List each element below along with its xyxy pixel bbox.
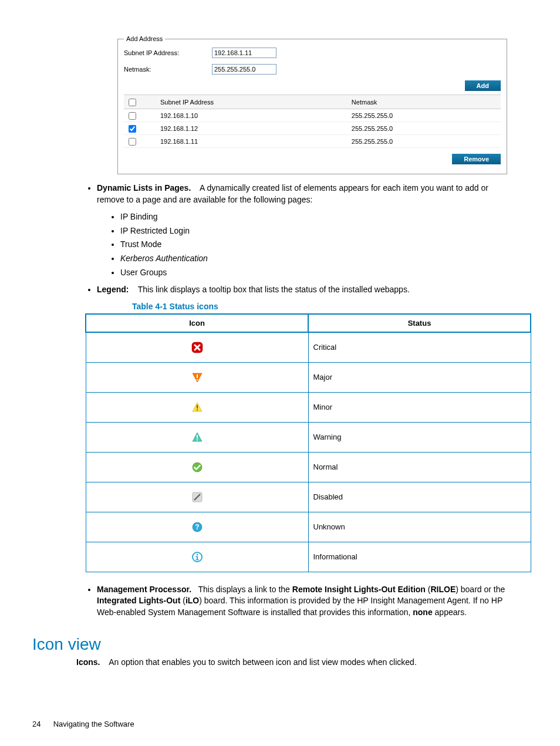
page-footer: 24 Navigating the Software <box>32 720 134 728</box>
row-mask: 255.255.255.0 <box>349 122 501 135</box>
table-row: Warning <box>86 422 531 452</box>
legend-label: Legend: <box>97 285 129 294</box>
mgmt-label: Management Processor. <box>97 585 191 594</box>
table-row: Minor <box>86 392 531 422</box>
add-address-legend: Add Address <box>124 35 165 42</box>
mgmt-text: ) board or the <box>456 585 505 594</box>
add-button[interactable]: Add <box>465 80 501 91</box>
status-label: Minor <box>308 392 531 422</box>
status-th-status: Status <box>308 314 531 332</box>
kerberos-auth-label: Kerberos Authentication <box>120 254 208 263</box>
table-row: Normal <box>86 452 531 482</box>
netmask-input[interactable] <box>212 64 276 75</box>
warning-icon <box>191 431 203 443</box>
status-label: Unknown <box>308 512 531 542</box>
inner-item: Kerberos Authentication <box>120 253 507 265</box>
ip-table: Subnet IP Address Netmask 192.168.1.10 2… <box>124 94 501 148</box>
table-row: Major <box>86 362 531 392</box>
remove-button[interactable]: Remove <box>452 154 501 164</box>
status-label: Normal <box>308 452 531 482</box>
table-row: 192.168.1.12 255.255.255.0 <box>124 122 501 135</box>
table-row: Unknown <box>86 512 531 542</box>
table-row: 192.168.1.11 255.255.255.0 <box>124 135 501 148</box>
disabled-icon <box>191 491 203 503</box>
mgmt-bold: Remote Insight Lights-Out Edition <box>292 585 426 594</box>
add-address-fieldset: Add Address Subnet IP Address: Netmask: … <box>117 35 507 174</box>
chapter-title: Navigating the Software <box>53 720 134 728</box>
info-icon <box>191 551 203 563</box>
inner-item: User Groups <box>120 267 507 279</box>
header-ip: Subnet IP Address <box>158 95 349 109</box>
mgmt-text: appears. <box>433 607 467 617</box>
list-item-legend: Legend: This link displays a tooltip box… <box>97 284 507 296</box>
status-label: Major <box>308 362 531 392</box>
page-number: 24 <box>32 720 51 728</box>
icons-label: Icons. <box>76 657 100 667</box>
row-checkbox[interactable] <box>129 125 136 133</box>
icons-text: An option that enables you to switch bet… <box>109 657 417 667</box>
inner-item: IP Restricted Login <box>120 225 507 237</box>
mgmt-bold: iLO <box>185 596 199 605</box>
mgmt-text: ( <box>180 596 185 605</box>
list-item-mgmt-processor: Management Processor. This displays a li… <box>97 584 507 619</box>
row-mask: 255.255.255.0 <box>349 135 501 148</box>
status-icons-table: Icon Status Critical Major Minor <box>85 313 531 572</box>
dynamic-lists-label: Dynamic Lists in Pages. <box>97 183 191 193</box>
minor-icon <box>191 401 203 413</box>
legend-text: This link displays a tooltip box that li… <box>138 285 410 294</box>
row-checkbox[interactable] <box>129 112 136 120</box>
icon-view-heading: Icon view <box>32 635 507 654</box>
major-icon <box>191 372 203 383</box>
status-label: Informational <box>308 542 531 572</box>
row-mask: 255.255.255.0 <box>349 109 501 122</box>
status-table-caption: Table 4-1 Status icons <box>132 302 507 311</box>
row-ip: 192.168.1.11 <box>158 135 349 148</box>
status-th-icon: Icon <box>86 314 308 332</box>
table-row: Critical <box>86 332 531 363</box>
subnet-ip-input[interactable] <box>212 48 276 58</box>
mgmt-bold: none <box>413 607 432 617</box>
table-row: Informational <box>86 542 531 572</box>
list-item-dynamic-lists: Dynamic Lists in Pages. A dynamically cr… <box>97 183 507 278</box>
netmask-label: Netmask: <box>124 66 212 73</box>
row-checkbox[interactable] <box>129 138 136 146</box>
critical-icon <box>191 342 203 353</box>
unknown-icon <box>191 521 203 533</box>
select-all-checkbox[interactable] <box>129 99 136 106</box>
table-row: Disabled <box>86 482 531 512</box>
normal-icon <box>191 461 203 473</box>
inner-item: IP Binding <box>120 211 507 223</box>
inner-item: Trust Mode <box>120 239 507 251</box>
row-ip: 192.168.1.10 <box>158 109 349 122</box>
row-ip: 192.168.1.12 <box>158 122 349 135</box>
mgmt-bold: Integrated Lights-Out <box>97 596 180 605</box>
mgmt-bold: RILOE <box>430 585 456 594</box>
status-label: Disabled <box>308 482 531 512</box>
header-checkbox-cell <box>124 95 158 109</box>
header-mask: Netmask <box>349 95 501 109</box>
status-label: Warning <box>308 422 531 452</box>
icons-paragraph: Icons. An option that enables you to swi… <box>76 657 507 667</box>
subnet-ip-label: Subnet IP Address: <box>124 49 212 56</box>
mgmt-text: This displays a link to the <box>198 585 292 594</box>
status-label: Critical <box>308 332 531 363</box>
table-row: 192.168.1.10 255.255.255.0 <box>124 109 501 122</box>
